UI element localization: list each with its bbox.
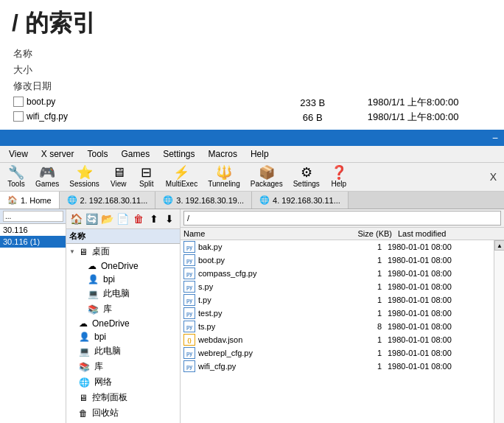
top-file-row[interactable]: boot.py 233 B 1980/1/1 上午8:00:00 (13, 96, 491, 109)
session-item[interactable]: 30.116 (0, 224, 66, 236)
toolbar-split-label: Split (139, 180, 153, 188)
file-row[interactable]: {} webdav.json 1 1980-01-01 08:00 (181, 333, 494, 346)
sftp-toolbar: 🏠 🔄 📂 📄 🗑 ⬆ ⬇ (66, 209, 180, 229)
tree-item[interactable]: ▼🖥桌面 (66, 244, 180, 259)
toolbar-packages-label: Packages (251, 180, 283, 188)
toolbar-split-button[interactable]: ⊟Split (133, 164, 160, 189)
file-list-content[interactable]: py bak.py 1 1980-01-01 08:00 py boot.py … (181, 240, 494, 423)
file-name-label: test.py (198, 309, 222, 318)
toolbar-tunneling-icon: 🔱 (216, 166, 232, 179)
file-row[interactable]: py s.py 1 1980-01-01 08:00 (181, 280, 494, 293)
path-input[interactable] (183, 211, 501, 226)
tree-item[interactable]: 🗑回收站 (66, 405, 180, 421)
tree-item[interactable]: 💻此电脑 (66, 343, 180, 359)
toolbar-tools-button[interactable]: 🔧Tools (3, 164, 29, 189)
menu-item-macros[interactable]: Macros (203, 147, 243, 161)
file-row[interactable]: py webrepl_cfg.py 1 1980-01-01 08:00 (181, 346, 494, 360)
tree-item[interactable]: ☁OneDrive (66, 317, 180, 330)
sftp-new-btn[interactable]: 📄 (116, 211, 130, 227)
vscroll-up[interactable]: ▲ (494, 240, 504, 251)
toolbar-help-button[interactable]: ❓Help (326, 164, 352, 189)
toolbar-tools-icon: 🔧 (8, 166, 24, 179)
tab-tab1[interactable]: 🏠1. Home (0, 192, 60, 209)
file-size-label: 1 (336, 256, 388, 265)
sftp-refresh-btn[interactable]: 🔄 (85, 211, 99, 227)
toolbar-settings-button[interactable]: ⚙Settings (289, 164, 324, 189)
file-row[interactable]: py ts.py 8 1980-01-01 08:00 (181, 320, 494, 333)
file-row[interactable]: py t.py 1 1980-01-01 08:00 (181, 293, 494, 307)
toolbar-games-icon: 🎮 (39, 166, 55, 179)
folder-tree-items: ▼🖥桌面☁OneDrive👤bpi💻此电脑📚库☁OneDrive👤bpi💻此电脑… (66, 244, 180, 423)
tree-item[interactable]: ☁OneDrive (66, 259, 180, 273)
sftp-upload-btn[interactable]: ⬆ (147, 211, 161, 227)
blue-banner: − (0, 130, 504, 146)
folder-icon: 💻 (79, 346, 90, 357)
menu-item-view[interactable]: View (3, 147, 34, 161)
folder-tree-panel: 🏠 🔄 📂 📄 🗑 ⬆ ⬇ 名称 ▼🖥桌面☁OneDrive👤bpi💻此电脑📚库… (66, 209, 181, 423)
toolbar-tunneling-label: Tunneling (208, 180, 240, 188)
session-item[interactable]: 30.116 (1) (0, 236, 66, 248)
col-lastmod-label: Last modified (398, 229, 501, 238)
vertical-scrollbar[interactable]: ▲ ▼ (494, 240, 504, 423)
right-section: Name Size (KB) Last modified py bak.py 1… (181, 209, 504, 423)
tree-item-label: OneDrive (101, 261, 139, 271)
tree-item-label: 此电脑 (94, 345, 121, 357)
tab-tab2[interactable]: 🌐2. 192.168.30.11... (60, 192, 156, 209)
tree-item[interactable]: 🌐网络 (66, 374, 180, 390)
file-date-label: 1980-01-01 08:00 (388, 309, 491, 318)
file-type-icon: py (183, 347, 195, 359)
toolbar-games-button[interactable]: 🎮Games (31, 164, 63, 189)
file-row[interactable]: py compass_cfg.py 1 1980-01-01 08:00 (181, 267, 494, 280)
sessions-list: 30.11630.116 (1) (0, 224, 66, 248)
menu-item-help[interactable]: Help (245, 147, 275, 161)
toolbar-settings-label: Settings (293, 180, 320, 188)
file-row[interactable]: py boot.py 1 1980-01-01 08:00 (181, 254, 494, 267)
tree-item[interactable]: 💻此电脑 (66, 286, 180, 301)
toolbar-sessions-button[interactable]: ⭐Sessions (65, 164, 104, 189)
menu-item-games[interactable]: Games (116, 147, 156, 161)
toolbar-help-icon: ❓ (331, 166, 347, 179)
tab-tab3[interactable]: 🌐3. 192.168.30.19... (155, 192, 252, 209)
session-search-input[interactable] (3, 211, 63, 222)
tree-item[interactable]: 👤bpi (66, 273, 180, 286)
tree-item[interactable]: 👤bpi (66, 330, 180, 343)
folder-icon: 👤 (79, 332, 90, 342)
vscroll-track[interactable] (494, 251, 504, 423)
sftp-delete-btn[interactable]: 🗑 (132, 211, 146, 227)
tree-item-label: 此电脑 (103, 287, 130, 300)
file-row[interactable]: py bak.py 1 1980-01-01 08:00 (181, 240, 494, 254)
sftp-open-btn[interactable]: 📂 (100, 211, 114, 227)
tab-tab4[interactable]: 🌐4. 192.168.30.11... (252, 192, 349, 209)
folder-icon: 📚 (79, 362, 90, 372)
menu-item-tools[interactable]: Tools (81, 147, 113, 161)
top-file-row[interactable]: wifi_cfg.py 66 B 1980/1/1 上午8:00:00 (13, 111, 491, 124)
file-type-icon: py (183, 294, 195, 306)
toolbar-view-button[interactable]: 🖥View (105, 164, 132, 189)
file-row[interactable]: py wifi_cfg.py 1 1980-01-01 08:00 (181, 360, 494, 373)
close-button[interactable]: X (486, 169, 501, 184)
toolbar-packages-button[interactable]: 📦Packages (246, 164, 287, 189)
tree-item[interactable]: 📚库 (66, 301, 180, 317)
file-type-icon: {} (183, 334, 195, 346)
toolbar-settings-icon: ⚙ (301, 166, 312, 179)
file-row[interactable]: py test.py 1 1980-01-01 08:00 (181, 307, 494, 320)
toolbar-multiexec-label: MultiExec (166, 180, 197, 188)
minimize-button[interactable]: − (492, 132, 498, 144)
toolbar-tunneling-button[interactable]: 🔱Tunneling (203, 164, 245, 189)
folder-tree-scroll[interactable]: 名称 ▼🖥桌面☁OneDrive👤bpi💻此电脑📚库☁OneDrive👤bpi💻… (66, 229, 180, 423)
menu-item-x server[interactable]: X server (35, 147, 80, 161)
folder-icon: 🌐 (79, 377, 90, 388)
tree-item[interactable]: 📚库 (66, 359, 180, 374)
tree-item[interactable]: 🖥控制面板 (66, 390, 180, 405)
sftp-home-btn[interactable]: 🏠 (69, 211, 83, 227)
col-size-label: Size (KB) (346, 229, 398, 238)
menu-item-settings[interactable]: Settings (157, 147, 200, 161)
toolbar-multiexec-button[interactable]: ⚡MultiExec (161, 164, 202, 189)
toolbar-tools-label: Tools (7, 180, 24, 188)
toolbar-split-icon: ⊟ (141, 166, 152, 179)
file-date: 1980/1/1 上午8:00:00 (335, 111, 491, 124)
sftp-download-btn[interactable]: ⬇ (163, 211, 177, 227)
tab-icon-tab4: 🌐 (259, 195, 270, 205)
file-date-label: 1980-01-01 08:00 (388, 282, 491, 291)
folder-icon: 👤 (88, 274, 99, 284)
